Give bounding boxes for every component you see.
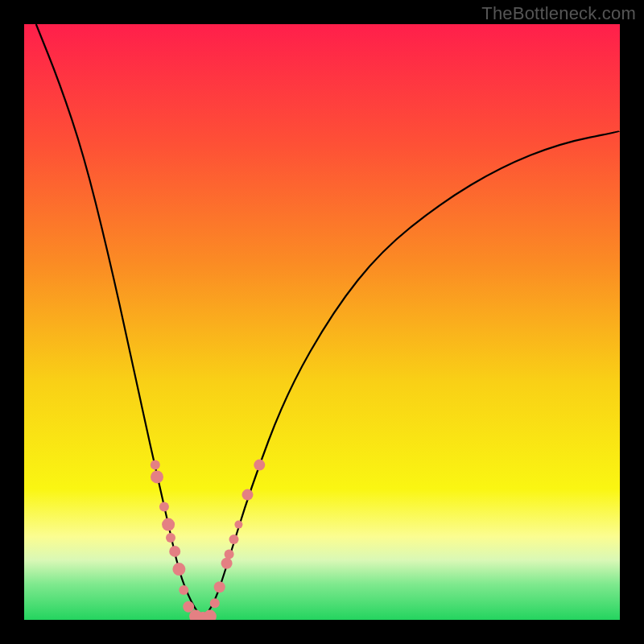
data-point <box>229 535 239 544</box>
plot-area <box>24 24 620 620</box>
data-point <box>179 585 188 595</box>
bottleneck-curve <box>24 24 620 620</box>
data-point <box>204 610 217 620</box>
watermark-text: TheBottleneck.com <box>481 3 636 24</box>
data-point <box>183 601 194 613</box>
data-point <box>242 489 254 501</box>
data-point <box>159 502 169 511</box>
data-point <box>210 598 220 608</box>
data-point <box>166 533 175 543</box>
data-point <box>172 563 185 576</box>
data-point <box>234 521 242 529</box>
chart-frame: TheBottleneck.com <box>0 0 644 644</box>
data-point <box>254 460 265 471</box>
data-point <box>221 558 233 569</box>
data-point <box>225 550 234 559</box>
data-point <box>162 518 175 531</box>
data-point <box>151 470 163 483</box>
data-point <box>151 460 160 470</box>
data-point <box>214 581 225 592</box>
data-point <box>169 546 180 557</box>
